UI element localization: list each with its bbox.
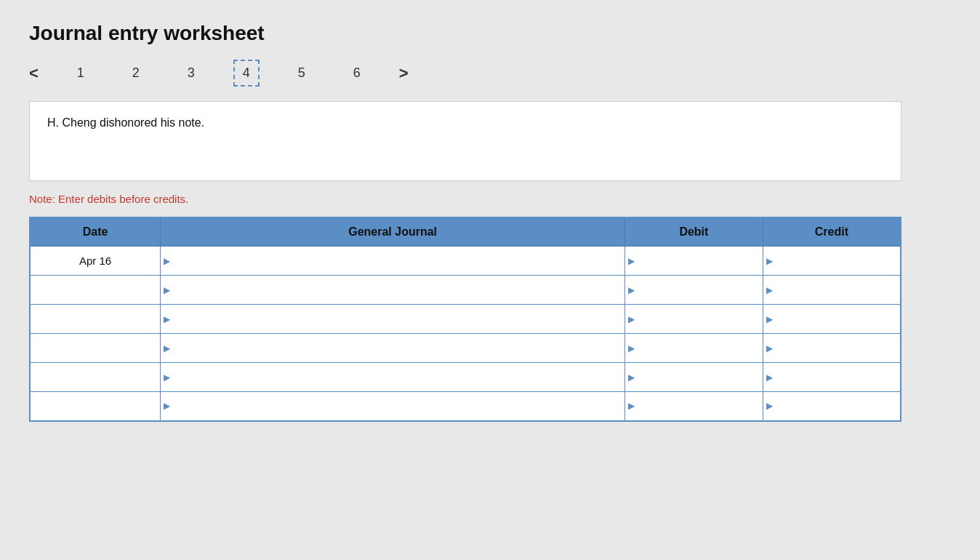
credit-arrow-icon: ▶ <box>766 401 773 411</box>
journal-arrow-icon: ▶ <box>164 314 170 324</box>
credit-cell-5[interactable]: ▶ <box>763 392 901 421</box>
journal-cell-5[interactable]: ▶ <box>161 392 625 421</box>
journal-cell-0[interactable]: ▶ <box>161 247 625 276</box>
nav-item-4[interactable]: 4 <box>233 60 260 87</box>
journal-cell-1[interactable]: ▶ <box>161 276 625 305</box>
journal-cell-2[interactable]: ▶ <box>161 305 625 334</box>
debit-cell-5[interactable]: ▶ <box>625 392 763 421</box>
debit-arrow-icon: ▶ <box>628 285 635 295</box>
journal-cell-3[interactable]: ▶ <box>161 334 625 363</box>
debit-input-0[interactable] <box>638 247 760 275</box>
credit-arrow-icon: ▶ <box>766 256 773 266</box>
header-debit: Debit <box>625 217 763 247</box>
nav-item-2[interactable]: 2 <box>123 61 149 85</box>
date-cell-2 <box>30 305 161 334</box>
credit-cell-4[interactable]: ▶ <box>763 363 901 392</box>
credit-cell-1[interactable]: ▶ <box>763 276 901 305</box>
date-cell-1 <box>30 276 161 305</box>
journal-input-1[interactable] <box>173 276 622 304</box>
debit-arrow-icon: ▶ <box>628 343 635 353</box>
debit-cell-3[interactable]: ▶ <box>625 334 763 363</box>
journal-input-0[interactable] <box>173 247 622 275</box>
debit-input-3[interactable] <box>638 334 760 362</box>
nav-item-5[interactable]: 5 <box>289 61 315 85</box>
debit-input-1[interactable] <box>638 276 760 304</box>
credit-input-4[interactable] <box>776 363 897 391</box>
credit-cell-0[interactable]: ▶ <box>763 247 901 276</box>
nav-item-3[interactable]: 3 <box>178 61 204 85</box>
date-cell-5 <box>30 392 161 421</box>
table-row: ▶▶▶ <box>30 334 901 363</box>
credit-arrow-icon: ▶ <box>766 314 773 324</box>
table-row: ▶▶▶ <box>30 363 901 392</box>
credit-input-1[interactable] <box>776 276 897 304</box>
journal-arrow-icon: ▶ <box>164 285 170 295</box>
note-text: Note: Enter debits before credits. <box>29 193 951 205</box>
header-date: Date <box>30 217 161 247</box>
debit-input-4[interactable] <box>638 363 760 391</box>
table-row: ▶▶▶ <box>30 305 901 334</box>
journal-table: Date General Journal Debit Credit Apr 16… <box>29 217 901 422</box>
date-cell-3 <box>30 334 161 363</box>
header-general-journal: General Journal <box>161 217 625 247</box>
journal-arrow-icon: ▶ <box>164 343 170 353</box>
page-title: Journal entry worksheet <box>29 22 951 45</box>
debit-input-5[interactable] <box>638 392 760 420</box>
nav-item-6[interactable]: 6 <box>344 61 370 85</box>
date-cell-0: Apr 16 <box>30 247 161 276</box>
credit-input-2[interactable] <box>776 305 897 333</box>
prev-arrow[interactable]: < <box>29 64 39 83</box>
journal-arrow-icon: ▶ <box>164 372 170 383</box>
credit-cell-2[interactable]: ▶ <box>763 305 901 334</box>
debit-cell-1[interactable]: ▶ <box>625 276 763 305</box>
date-cell-4 <box>30 363 161 392</box>
debit-input-2[interactable] <box>638 305 760 333</box>
journal-input-2[interactable] <box>173 305 622 333</box>
credit-input-0[interactable] <box>776 247 897 275</box>
credit-input-5[interactable] <box>776 392 897 420</box>
journal-arrow-icon: ▶ <box>164 256 170 266</box>
credit-arrow-icon: ▶ <box>766 372 773 383</box>
credit-cell-3[interactable]: ▶ <box>763 334 901 363</box>
journal-input-4[interactable] <box>173 363 622 391</box>
debit-arrow-icon: ▶ <box>628 401 635 411</box>
debit-arrow-icon: ▶ <box>628 372 635 383</box>
debit-arrow-icon: ▶ <box>628 256 635 266</box>
credit-input-3[interactable] <box>776 334 897 362</box>
journal-arrow-icon: ▶ <box>164 401 170 411</box>
debit-cell-2[interactable]: ▶ <box>625 305 763 334</box>
next-arrow[interactable]: > <box>399 64 409 83</box>
table-row: Apr 16▶▶▶ <box>30 247 901 276</box>
journal-input-3[interactable] <box>173 334 622 362</box>
nav-item-1[interactable]: 1 <box>68 61 94 85</box>
credit-arrow-icon: ▶ <box>766 343 773 353</box>
journal-cell-4[interactable]: ▶ <box>161 363 625 392</box>
debit-cell-0[interactable]: ▶ <box>625 247 763 276</box>
debit-arrow-icon: ▶ <box>628 314 635 324</box>
header-credit: Credit <box>763 217 901 247</box>
credit-arrow-icon: ▶ <box>766 285 773 295</box>
description-box: H. Cheng dishonored his note. <box>29 101 901 181</box>
debit-cell-4[interactable]: ▶ <box>625 363 763 392</box>
description-text: H. Cheng dishonored his note. <box>47 116 204 129</box>
navigation-row: < 1 2 3 4 5 6 > <box>29 60 951 87</box>
journal-input-5[interactable] <box>173 392 622 420</box>
table-row: ▶▶▶ <box>30 276 901 305</box>
table-row: ▶▶▶ <box>30 392 901 421</box>
